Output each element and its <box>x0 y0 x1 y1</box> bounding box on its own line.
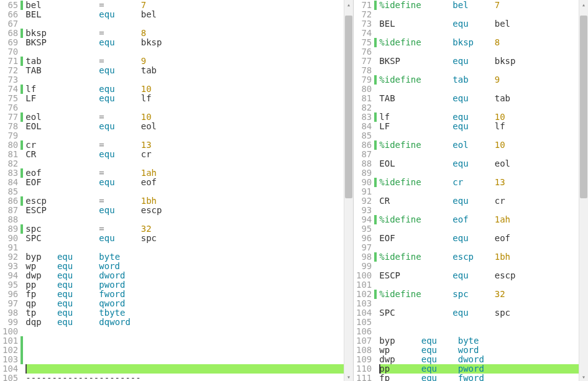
code-line[interactable]: wp equ word <box>25 262 344 271</box>
scrollbar-down-arrow-icon[interactable]: ▾ <box>579 372 588 381</box>
code-line[interactable]: %idefine bel 7 <box>379 1 579 10</box>
code-line[interactable]: %idefine eol 10 <box>379 140 579 150</box>
code-line[interactable]: %idefine tab 9 <box>379 75 579 85</box>
code-line[interactable]: CR equ cr <box>25 150 344 159</box>
code-line[interactable]: eol = 10 <box>25 112 344 122</box>
code-line[interactable] <box>25 131 344 140</box>
code-line[interactable]: SPC equ spc <box>25 234 344 243</box>
code-line[interactable] <box>379 243 579 252</box>
right-editor[interactable]: 7172737475767778798081828384858687888990… <box>354 0 588 381</box>
code-line[interactable]: dwp equ dword <box>379 355 579 364</box>
code-line[interactable]: BKSP equ bksp <box>25 38 344 47</box>
line-number: 82 <box>2 159 18 168</box>
code-line[interactable] <box>379 280 579 290</box>
scrollbar-up-arrow-icon[interactable]: ▴ <box>579 0 588 9</box>
code-line[interactable]: dqp equ dqword <box>25 318 344 327</box>
code-line[interactable] <box>25 327 344 336</box>
code-line[interactable]: escp = 1bh <box>25 196 344 206</box>
code-line[interactable]: CR equ cr <box>379 196 579 206</box>
left-scrollbar-thumb[interactable] <box>345 16 352 198</box>
code-line[interactable]: ESCP equ escp <box>25 206 344 215</box>
code-line[interactable] <box>379 206 579 215</box>
code-line[interactable]: EOF equ eof <box>25 178 344 187</box>
code-line[interactable]: byp equ byte <box>379 336 579 346</box>
code-line[interactable] <box>379 187 579 196</box>
code-line[interactable]: byp equ byte <box>25 252 344 262</box>
code-line[interactable]: BEL equ bel <box>379 19 579 29</box>
code-line[interactable] <box>25 47 344 57</box>
code-line[interactable]: ESCP equ escp <box>379 271 579 280</box>
code-line[interactable] <box>379 224 579 234</box>
left-code-content[interactable]: bel = 7BEL equ belbksp = 8BKSP equ bkspt… <box>23 0 344 381</box>
code-line[interactable] <box>379 29 579 38</box>
code-line[interactable]: fp equ fword <box>379 374 579 381</box>
code-line[interactable] <box>379 103 579 112</box>
code-line[interactable] <box>379 85 579 94</box>
code-line[interactable]: %idefine cr 13 <box>379 178 579 187</box>
code-line[interactable] <box>25 355 344 364</box>
line-number: 73 <box>356 19 372 29</box>
line-number: 103 <box>356 299 372 308</box>
code-line[interactable] <box>379 131 579 140</box>
code-line[interactable]: pp equ pword <box>25 280 344 290</box>
code-line[interactable]: cr = 13 <box>25 140 344 150</box>
code-line[interactable]: bksp = 8 <box>25 29 344 38</box>
code-line[interactable]: LF equ lf <box>379 122 579 131</box>
code-line[interactable]: %idefine escp 1bh <box>379 252 579 262</box>
code-line[interactable] <box>25 159 344 168</box>
code-line[interactable]: %idefine spc 32 <box>379 290 579 299</box>
code-line[interactable]: %idefine eof 1ah <box>379 215 579 224</box>
code-line[interactable]: wp equ word <box>379 346 579 355</box>
code-line[interactable]: dwp equ dword <box>25 271 344 280</box>
code-line[interactable]: lf equ 10 <box>379 112 579 122</box>
code-line[interactable] <box>379 262 579 271</box>
line-number: 103 <box>2 355 18 364</box>
code-line[interactable] <box>25 336 344 346</box>
code-line[interactable]: ---------------------- <box>25 374 344 381</box>
code-line[interactable] <box>25 243 344 252</box>
code-line[interactable]: fp equ fword <box>25 290 344 299</box>
code-line[interactable] <box>379 327 579 336</box>
line-number: 90 <box>356 178 372 187</box>
code-line[interactable]: eof = 1ah <box>25 168 344 178</box>
code-line[interactable]: qp equ qword <box>25 299 344 308</box>
code-line[interactable] <box>25 19 344 29</box>
right-vertical-scrollbar[interactable]: ▴ ▾ <box>579 0 588 381</box>
code-line[interactable] <box>25 103 344 112</box>
code-line[interactable] <box>379 47 579 57</box>
code-line[interactable]: TAB equ tab <box>379 94 579 103</box>
code-line[interactable] <box>379 168 579 178</box>
code-line[interactable]: BKSP equ bksp <box>379 57 579 66</box>
code-line[interactable]: %idefine bksp 8 <box>379 38 579 47</box>
code-line[interactable] <box>25 346 344 355</box>
code-line[interactable]: spc = 32 <box>25 224 344 234</box>
code-line[interactable]: LF equ lf <box>25 94 344 103</box>
code-line[interactable]: tp equ tbyte <box>25 308 344 318</box>
left-vertical-scrollbar[interactable]: ▴ ▾ <box>344 0 353 381</box>
code-line[interactable] <box>379 318 579 327</box>
code-line[interactable]: EOF equ eof <box>379 234 579 243</box>
code-line[interactable]: EOL equ eol <box>25 122 344 131</box>
code-line[interactable]: tab = 9 <box>25 57 344 66</box>
code-line[interactable]: bel = 7 <box>25 1 344 10</box>
code-line[interactable] <box>25 215 344 224</box>
right-code-content[interactable]: %idefine bel 7BEL equ bel%idefine bksp 8… <box>377 0 579 381</box>
code-line[interactable]: pp equ pword <box>379 364 579 374</box>
code-line[interactable]: EOL equ eol <box>379 159 579 168</box>
scrollbar-up-arrow-icon[interactable]: ▴ <box>344 0 353 9</box>
code-line[interactable]: SPC equ spc <box>379 308 579 318</box>
code-line[interactable] <box>379 150 579 159</box>
code-line[interactable]: TAB equ tab <box>25 66 344 75</box>
code-line[interactable] <box>25 187 344 196</box>
code-line[interactable] <box>379 66 579 75</box>
code-line[interactable]: BEL equ bel <box>25 10 344 19</box>
scrollbar-down-arrow-icon[interactable]: ▾ <box>344 372 353 381</box>
code-line[interactable]: lf equ 10 <box>25 85 344 94</box>
right-scrollbar-thumb[interactable] <box>580 16 587 198</box>
code-line[interactable] <box>25 75 344 85</box>
code-line[interactable] <box>379 299 579 308</box>
left-editor[interactable]: 6566676869707172737475767778798081828384… <box>0 0 353 381</box>
line-number: 98 <box>2 308 18 318</box>
code-line[interactable] <box>25 364 344 374</box>
code-line[interactable] <box>379 10 579 19</box>
